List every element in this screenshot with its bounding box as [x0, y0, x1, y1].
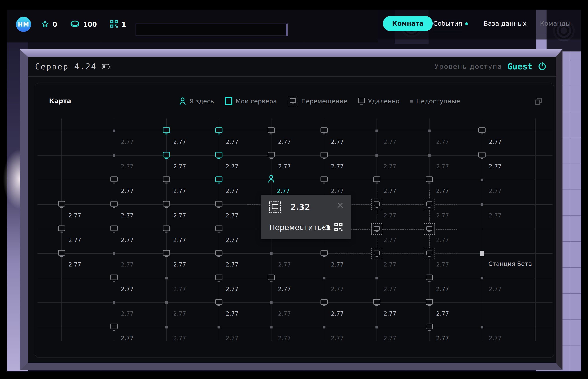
- node-label: 2.77: [331, 286, 344, 292]
- map-node-remote[interactable]: [373, 299, 380, 306]
- map-node-mine[interactable]: [163, 152, 170, 159]
- map-panel: Карта Я здесьМои сервераПеремещениеУдале…: [35, 83, 554, 358]
- map-node-remote[interactable]: [320, 299, 328, 306]
- map-node-remote[interactable]: [215, 275, 223, 282]
- map-node-remote[interactable]: [320, 176, 328, 184]
- node-label: 2.77: [121, 139, 134, 145]
- map-node-remote[interactable]: [478, 152, 485, 159]
- map-node-mine[interactable]: [215, 152, 223, 159]
- map-node-remote[interactable]: [215, 299, 223, 306]
- map-node-remote[interactable]: [268, 127, 275, 134]
- window-content: Сервер 4.24 Уровень доступа Guest Карта …: [28, 57, 556, 363]
- node-label: 2.77: [173, 237, 186, 243]
- map-node-mine[interactable]: [215, 176, 223, 184]
- map-node-remote[interactable]: [268, 275, 275, 282]
- map-node-remote[interactable]: [163, 201, 170, 208]
- move-cost: -1: [322, 223, 331, 232]
- map-node-blocked: [218, 326, 220, 329]
- node-label: 2.77: [121, 163, 134, 170]
- map-node-remote[interactable]: [215, 201, 223, 208]
- main-nav: КомнатаСобытияБаза данныхКоманды: [0, 16, 588, 31]
- map-node-remote[interactable]: [58, 250, 65, 257]
- notification-dot: [465, 22, 468, 25]
- map-node-remote[interactable]: [58, 226, 65, 233]
- window-bezel-bottom: [20, 363, 562, 370]
- nav-item-события[interactable]: События: [433, 16, 462, 31]
- map-node-remote[interactable]: [110, 275, 118, 282]
- map-node-move[interactable]: [371, 248, 382, 259]
- map-node-remote[interactable]: [478, 127, 485, 134]
- node-label: 2.77: [383, 237, 396, 243]
- map-node-move[interactable]: [424, 248, 435, 259]
- map-node-remote[interactable]: [320, 152, 328, 159]
- map-node-move[interactable]: [424, 199, 435, 210]
- map-node-remote[interactable]: [268, 152, 275, 159]
- map-node-remote[interactable]: [426, 275, 433, 282]
- node-label: 2.77: [121, 335, 134, 342]
- close-icon[interactable]: [337, 202, 344, 209]
- node-label: 2.77: [173, 212, 186, 219]
- node-label: 2.77: [278, 335, 291, 342]
- map-node-remote[interactable]: [110, 226, 118, 233]
- node-label: 2.77: [383, 163, 396, 170]
- map-node-remote[interactable]: [373, 176, 380, 184]
- node-label: 2.77: [226, 188, 239, 194]
- map-node-blocked: [376, 277, 378, 280]
- map-node-remote[interactable]: [426, 176, 433, 184]
- move-button[interactable]: Переместиться: [269, 223, 331, 232]
- node-label: 2.77: [226, 286, 239, 292]
- nav-item-комната[interactable]: Комната: [383, 16, 433, 31]
- map-node-blocked: [323, 277, 326, 280]
- node-label: 2.77: [436, 163, 449, 170]
- map-node-mine[interactable]: [163, 127, 170, 134]
- node-label: 2.77: [436, 139, 449, 145]
- copy-icon[interactable]: [535, 97, 543, 106]
- map-node-remote[interactable]: [58, 201, 65, 208]
- node-label: 2.77: [436, 212, 449, 219]
- map-node-remote[interactable]: [110, 201, 118, 208]
- map-node-mine[interactable]: [215, 127, 223, 134]
- map-node-remote[interactable]: [320, 127, 328, 134]
- node-label: 2.77: [121, 286, 134, 292]
- node-label: 2.77: [278, 310, 291, 317]
- map-node-remote[interactable]: [215, 250, 223, 257]
- node-label: 2.77: [278, 261, 291, 268]
- node-label: 2.77: [383, 212, 396, 219]
- node-label: 2.77: [436, 286, 449, 292]
- map-node-remote[interactable]: [426, 324, 433, 331]
- person-icon: [179, 97, 186, 105]
- node-label: 2.77: [278, 139, 291, 145]
- map-node-remote[interactable]: [320, 250, 328, 257]
- map-node-remote[interactable]: [426, 299, 433, 306]
- node-label: Станция Бета: [488, 260, 532, 267]
- node-label: 2.77: [68, 237, 81, 243]
- nav-item-команды[interactable]: Команды: [540, 16, 571, 31]
- map-node-move[interactable]: [424, 223, 435, 235]
- node-label: 2.77: [436, 261, 449, 268]
- node-label: 2.77: [489, 286, 502, 292]
- legend-item: Удаленно: [358, 97, 400, 105]
- map-node-remote[interactable]: [110, 324, 118, 331]
- move-path: [335, 253, 457, 254]
- node-label: 2.77: [383, 188, 396, 194]
- map-node-remote[interactable]: [163, 226, 170, 233]
- blocked-icon: [410, 100, 413, 103]
- map-node-blocked: [481, 277, 483, 280]
- map-node-move[interactable]: [371, 199, 382, 210]
- map-node-remote[interactable]: [163, 176, 170, 184]
- nav-item-база-данных[interactable]: База данных: [483, 16, 527, 31]
- map-node-me[interactable]: [268, 174, 275, 183]
- node-label: 2.77: [226, 139, 239, 145]
- map-node-remote[interactable]: [163, 250, 170, 257]
- node-label: 2.77: [278, 163, 291, 170]
- map-node-remote[interactable]: [110, 176, 118, 184]
- map-node-remote[interactable]: [215, 226, 223, 233]
- node-label: 2.77: [383, 261, 396, 268]
- map-node-move[interactable]: [371, 223, 382, 235]
- map-node-blocked: [376, 326, 378, 329]
- map-node-station[interactable]: [480, 251, 484, 256]
- node-label: 2.77: [331, 139, 344, 145]
- legend-item: Недоступные: [410, 97, 460, 105]
- power-icon[interactable]: [538, 62, 546, 71]
- node-label: 2.77: [226, 335, 239, 342]
